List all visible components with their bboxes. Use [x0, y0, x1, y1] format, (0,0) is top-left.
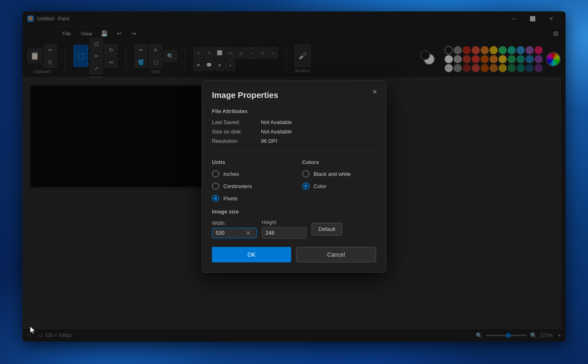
dialog-actions: OK Cancel — [212, 247, 376, 262]
last-saved-label: Last Saved: — [212, 119, 261, 125]
radio-label-color: Color — [314, 183, 326, 189]
dialog-title: Image Properties — [212, 91, 376, 100]
width-input-wrap: ✕ — [212, 228, 257, 238]
close-icon: ✕ — [372, 89, 377, 95]
radio-pixels[interactable]: Pixels — [212, 195, 286, 202]
cancel-button[interactable]: Cancel — [296, 247, 376, 262]
colors-radio-group: Black and white Color — [302, 170, 376, 190]
radio-circle-pixels — [212, 195, 219, 202]
height-input[interactable]: 248 — [262, 227, 307, 239]
colors-title: Colors — [302, 159, 376, 165]
default-button[interactable]: Default — [312, 223, 342, 235]
units-colors-section: Units Inches Centimeters — [212, 158, 376, 202]
radio-circle-bw — [302, 170, 310, 178]
radio-inches[interactable]: Inches — [212, 170, 286, 178]
radio-label-centimeters: Centimeters — [223, 183, 252, 189]
image-size-section: Image size Width: ✕ Height: 248 — [212, 209, 376, 239]
paint-window: 🎨 Untitled - Paint — ⬜ ✕ Clipboard File … — [22, 11, 566, 342]
radio-dot-color — [304, 184, 307, 188]
units-title: Units — [212, 159, 286, 165]
resolution-label: Resolution: — [212, 138, 261, 144]
ok-button[interactable]: OK — [212, 247, 291, 262]
radio-color[interactable]: Color — [302, 182, 376, 190]
radio-label-pixels: Pixels — [223, 195, 238, 202]
units-section: Units Inches Centimeters — [212, 158, 286, 202]
size-on-disk-label: Size on disk: — [212, 129, 261, 135]
width-label: Width: — [212, 220, 257, 226]
image-properties-dialog: ✕ Image Properties File Attributes Last … — [202, 80, 386, 273]
radio-circle-centimeters — [212, 182, 219, 190]
default-btn-group: Default — [312, 223, 342, 235]
width-clear-btn[interactable]: ✕ — [246, 230, 251, 236]
divider-1 — [212, 151, 376, 151]
radio-label-bw: Black and white — [314, 171, 351, 177]
last-saved-row: Last Saved: Not Available — [212, 119, 376, 125]
width-input[interactable] — [216, 230, 244, 236]
dialog-close-btn[interactable]: ✕ — [369, 86, 381, 98]
resolution-value: 96 DPI — [261, 138, 277, 144]
size-on-disk-value: Not Available — [261, 129, 292, 135]
image-size-title: Image size — [212, 209, 376, 215]
resolution-row: Resolution: 96 DPI — [212, 138, 376, 144]
radio-label-inches: Inches — [223, 171, 239, 177]
radio-bw[interactable]: Black and white — [302, 170, 376, 178]
units-radio-group: Inches Centimeters Pixels — [212, 170, 286, 202]
height-value: 248 — [265, 230, 274, 236]
height-label: Height: — [262, 220, 307, 225]
size-inputs: Width: ✕ Height: 248 Default — [212, 220, 376, 239]
width-field-group: Width: ✕ — [212, 220, 257, 238]
radio-centimeters[interactable]: Centimeters — [212, 182, 286, 190]
colors-section: Colors Black and white Color — [302, 158, 376, 202]
radio-circle-color — [302, 182, 310, 190]
modal-overlay: ✕ Image Properties File Attributes Last … — [22, 11, 566, 342]
radio-dot-pixels — [214, 197, 217, 200]
radio-circle-inches — [212, 170, 219, 178]
last-saved-value: Not Available — [261, 119, 292, 125]
height-field-group: Height: 248 — [262, 220, 307, 239]
file-attributes-title: File Attributes — [212, 108, 376, 114]
size-on-disk-row: Size on disk: Not Available — [212, 129, 376, 135]
